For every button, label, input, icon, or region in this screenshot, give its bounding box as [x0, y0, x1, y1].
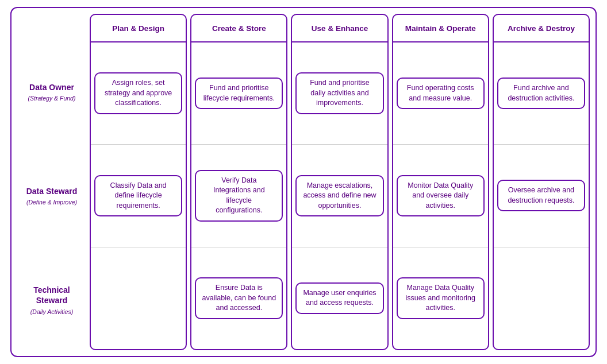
row-label-title-data-owner: Data Owner	[29, 82, 74, 92]
col-body-plan-design: Assign roles, set strategy and approve c…	[91, 42, 186, 349]
cell-maintain-operate-row0: Fund operating costs and measure value.	[393, 42, 488, 144]
col-body-create-store: Fund and prioritise lifecycle requiremen…	[191, 42, 286, 349]
cell-inner-create-store-row2: Ensure Data is available, can be found a…	[195, 277, 283, 319]
column-maintain-operate: Maintain & OperateFund operating costs a…	[392, 14, 489, 350]
row-label-sub-data-steward: (Define & Improve)	[26, 199, 77, 206]
column-archive-destroy: Archive & DestroyFund archive and destru…	[493, 14, 590, 350]
col-header-maintain-operate: Maintain & Operate	[393, 15, 488, 42]
cell-inner-archive-destroy-row1: Oversee archive and destruction requests…	[497, 180, 585, 211]
row-label-data-owner: Data Owner (Strategy & Fund)	[17, 41, 86, 142]
col-header-use-enhance: Use & Enhance	[292, 15, 387, 42]
col-body-archive-destroy: Fund archive and destruction activities.…	[494, 42, 589, 349]
cell-inner-maintain-operate-row2: Manage Data Quality issues and monitorin…	[397, 277, 485, 319]
diagram-container: Data Owner (Strategy & Fund) Data Stewar…	[10, 7, 597, 357]
cell-use-enhance-row0: Fund and prioritise daily activities and…	[292, 42, 387, 144]
cell-create-store-row0: Fund and prioritise lifecycle requiremen…	[191, 42, 286, 144]
cell-maintain-operate-row2: Manage Data Quality issues and monitorin…	[393, 247, 488, 349]
cell-inner-use-enhance-row0: Fund and prioritise daily activities and…	[295, 72, 383, 114]
cell-inner-use-enhance-row2: Manage user enquiries and access request…	[295, 282, 383, 314]
cell-plan-design-row1: Classify Data and define lifecycle requi…	[91, 144, 186, 246]
cell-archive-destroy-row1: Oversee archive and destruction requests…	[494, 144, 589, 246]
cell-create-store-row1: Verify Data Integrations and lifecycle c…	[191, 144, 286, 246]
cell-inner-use-enhance-row1: Manage escalations, access and define ne…	[295, 175, 383, 217]
cell-inner-create-store-row1: Verify Data Integrations and lifecycle c…	[195, 170, 283, 222]
cell-maintain-operate-row1: Monitor Data Quality and oversee daily a…	[393, 144, 488, 246]
cell-plan-design-row0: Assign roles, set strategy and approve c…	[91, 42, 186, 144]
row-label-technical-steward: Technical Steward (Daily Activities)	[17, 250, 86, 350]
row-label-title-data-steward: Data Steward	[26, 186, 78, 196]
row-labels: Data Owner (Strategy & Fund) Data Stewar…	[17, 14, 86, 350]
col-body-maintain-operate: Fund operating costs and measure value.M…	[393, 42, 488, 349]
row-label-data-steward: Data Steward (Define & Improve)	[17, 145, 86, 246]
row-label-title-technical-steward: Technical Steward	[17, 285, 86, 305]
column-use-enhance: Use & EnhanceFund and prioritise daily a…	[291, 14, 388, 350]
cell-create-store-row2: Ensure Data is available, can be found a…	[191, 247, 286, 349]
col-header-archive-destroy: Archive & Destroy	[494, 15, 589, 42]
cell-empty-archive-destroy-row2	[497, 252, 585, 344]
cell-use-enhance-row2: Manage user enquiries and access request…	[292, 247, 387, 349]
cell-inner-maintain-operate-row0: Fund operating costs and measure value.	[397, 78, 485, 109]
cell-inner-archive-destroy-row0: Fund archive and destruction activities.	[497, 78, 585, 109]
row-label-sub-technical-steward: (Daily Activities)	[30, 308, 73, 315]
cell-inner-create-store-row0: Fund and prioritise lifecycle requiremen…	[195, 78, 283, 109]
cell-inner-plan-design-row0: Assign roles, set strategy and approve c…	[94, 72, 182, 114]
cell-use-enhance-row1: Manage escalations, access and define ne…	[292, 144, 387, 246]
columns-wrapper: Plan & DesignAssign roles, set strategy …	[90, 14, 590, 350]
col-header-plan-design: Plan & Design	[91, 15, 186, 42]
column-create-store: Create & StoreFund and prioritise lifecy…	[190, 14, 287, 350]
cell-empty-plan-design-row2	[94, 252, 182, 344]
cell-inner-maintain-operate-row1: Monitor Data Quality and oversee daily a…	[397, 175, 485, 217]
cell-plan-design-row2	[91, 247, 186, 349]
cell-archive-destroy-row0: Fund archive and destruction activities.	[494, 42, 589, 144]
col-body-use-enhance: Fund and prioritise daily activities and…	[292, 42, 387, 349]
row-label-sub-data-owner: (Strategy & Fund)	[28, 95, 76, 102]
col-header-create-store: Create & Store	[191, 15, 286, 42]
cell-archive-destroy-row2	[494, 247, 589, 349]
column-plan-design: Plan & DesignAssign roles, set strategy …	[90, 14, 187, 350]
cell-inner-plan-design-row1: Classify Data and define lifecycle requi…	[94, 175, 182, 217]
